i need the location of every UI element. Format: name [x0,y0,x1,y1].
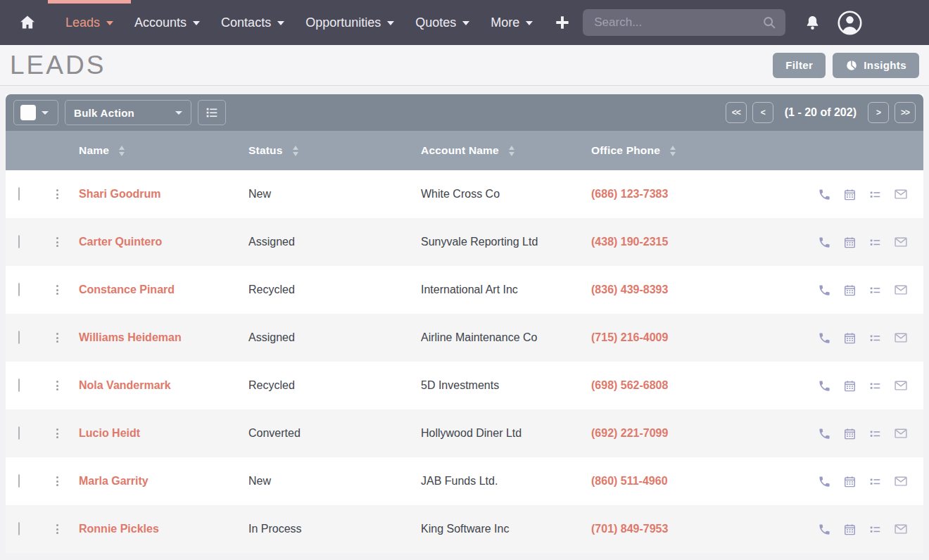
column-header-office-phone[interactable]: Office Phone [591,144,676,157]
tasks-list-icon[interactable] [868,475,882,488]
add-icon[interactable] [553,13,571,32]
row-checkbox[interactable] [18,426,20,440]
email-icon[interactable] [894,235,908,249]
lead-name-link[interactable]: Carter Quintero [79,236,162,248]
select-all-checkbox[interactable] [20,105,36,120]
pagination-prev-button[interactable]: < [752,102,773,123]
tasks-list-icon[interactable] [868,331,882,345]
search-input[interactable] [583,9,785,36]
nav-item-more[interactable]: More [480,0,543,45]
pagination-last-button[interactable]: >> [895,102,916,123]
calendar-icon[interactable] [843,331,857,345]
phone-icon[interactable] [818,475,831,488]
nav-item-quotes[interactable]: Quotes [405,0,480,45]
row-checkbox[interactable] [18,283,20,296]
tasks-list-icon[interactable] [868,379,882,393]
calendar-icon[interactable] [843,236,857,249]
email-icon[interactable] [894,283,908,297]
calendar-icon[interactable] [843,523,857,536]
lead-phone-link[interactable]: (836) 439-8393 [591,284,668,296]
bulk-action-dropdown[interactable]: Bulk Action [65,100,191,125]
email-icon[interactable] [894,187,908,201]
row-menu-icon[interactable] [52,428,62,438]
sort-icon[interactable] [509,146,514,156]
phone-icon[interactable] [818,331,831,345]
calendar-icon[interactable] [843,379,857,393]
lead-name-link[interactable]: Lucio Heidt [79,427,140,440]
sort-icon[interactable] [670,146,676,156]
email-icon[interactable] [894,426,908,440]
calendar-icon[interactable] [843,188,857,201]
row-menu-icon[interactable] [52,476,62,486]
select-all-dropdown[interactable] [13,100,58,125]
lead-phone-link[interactable]: (715) 216-4009 [591,331,668,344]
nav-item-contacts[interactable]: Contacts [210,0,295,45]
row-menu-icon[interactable] [52,333,62,343]
chevron-down-icon [387,21,394,25]
row-checkbox[interactable] [18,522,20,535]
tasks-list-icon[interactable] [868,188,882,201]
phone-icon[interactable] [818,427,831,440]
row-menu-icon[interactable] [52,524,62,534]
table-row: Nola Vandermark Recycled 5D Investments … [6,362,923,409]
column-header-account-name[interactable]: Account Name [421,144,514,157]
email-icon[interactable] [894,522,908,536]
email-icon[interactable] [894,474,908,488]
nav-item-opportunities[interactable]: Opportunities [295,0,405,45]
lead-name-link[interactable]: Marla Garrity [79,475,148,488]
table-row: Lucio Heidt Converted Hollywood Diner Lt… [6,409,923,457]
column-header-status[interactable]: Status [248,144,298,157]
insights-button[interactable]: Insights [833,53,919,78]
list-view-button[interactable] [198,100,226,125]
nav-item-leads[interactable]: Leads [55,0,124,45]
phone-icon[interactable] [818,379,831,393]
tasks-list-icon[interactable] [868,284,882,297]
sort-icon[interactable] [293,146,298,156]
lead-phone-link[interactable]: (698) 562-6808 [591,379,668,392]
lead-name-link[interactable]: Shari Goodrum [79,188,160,201]
tasks-list-icon[interactable] [868,236,882,249]
email-icon[interactable] [894,378,908,393]
row-checkbox[interactable] [18,474,20,488]
nav-item-accounts[interactable]: Accounts [124,0,210,45]
phone-icon[interactable] [818,188,831,201]
calendar-icon[interactable] [843,475,857,488]
lead-name-link[interactable]: Ronnie Pickles [79,523,159,535]
tasks-list-icon[interactable] [868,427,882,440]
column-header-name[interactable]: Name [79,144,125,157]
lead-phone-link[interactable]: (438) 190-2315 [591,236,668,248]
email-icon[interactable] [894,331,908,345]
row-checkbox[interactable] [18,378,20,392]
pagination-next-button[interactable]: > [868,102,889,123]
lead-name-link[interactable]: Constance Pinard [79,284,175,296]
row-menu-icon[interactable] [52,285,62,295]
pagination-first-button[interactable]: << [726,102,747,123]
row-menu-icon[interactable] [52,381,62,390]
sort-icon[interactable] [119,146,125,156]
calendar-icon[interactable] [843,427,857,440]
nav-item-label: Leads [65,15,100,30]
row-menu-icon[interactable] [52,237,62,247]
lead-phone-link[interactable]: (686) 123-7383 [591,188,668,201]
chevron-down-icon [42,111,49,115]
row-menu-icon[interactable] [52,189,62,199]
lead-phone-link[interactable]: (860) 511-4960 [591,475,668,488]
notifications-icon[interactable] [804,14,821,32]
lead-account-name: Airline Maintenance Co [421,331,537,344]
phone-icon[interactable] [818,523,831,536]
row-checkbox[interactable] [18,235,20,248]
row-checkbox[interactable] [18,331,20,344]
user-avatar[interactable] [837,10,863,36]
lead-phone-link[interactable]: (701) 849-7953 [591,523,668,535]
home-icon[interactable] [18,13,37,32]
lead-name-link[interactable]: Nola Vandermark [79,379,171,392]
lead-name-link[interactable]: Williams Heideman [79,331,182,344]
phone-icon[interactable] [818,284,831,297]
lead-phone-link[interactable]: (692) 221-7099 [591,427,668,440]
tasks-list-icon[interactable] [868,523,882,536]
filter-button[interactable]: Filter [773,53,826,78]
phone-icon[interactable] [818,236,831,249]
calendar-icon[interactable] [843,284,857,297]
lead-status: Recycled [248,379,295,392]
row-checkbox[interactable] [18,187,20,201]
